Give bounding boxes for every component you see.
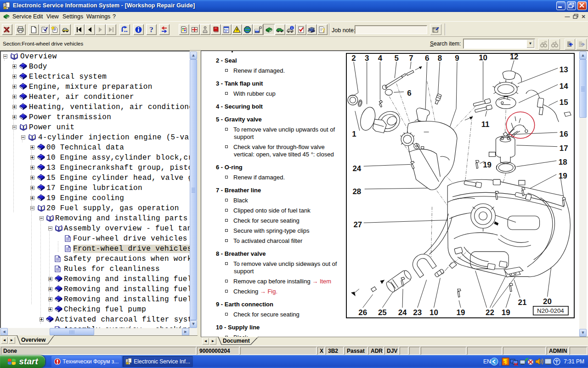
svg-text:19: 19 <box>502 308 510 317</box>
svg-text:16: 16 <box>560 130 568 138</box>
svg-text:20: 20 <box>543 297 552 306</box>
svg-text:3: 3 <box>365 54 369 63</box>
svg-text:8: 8 <box>438 54 442 63</box>
svg-text:17: 17 <box>560 144 568 153</box>
svg-text:25: 25 <box>378 308 387 317</box>
svg-text:9: 9 <box>455 54 459 63</box>
svg-text:22: 22 <box>486 308 494 317</box>
svg-text:N20-0204: N20-0204 <box>537 307 564 314</box>
svg-text:24: 24 <box>352 164 361 173</box>
svg-text:14: 14 <box>560 82 568 91</box>
svg-text:10: 10 <box>479 53 487 62</box>
svg-text:7: 7 <box>409 54 413 63</box>
svg-text:?: ? <box>149 26 153 34</box>
svg-text:11: 11 <box>481 120 490 129</box>
svg-text:5: 5 <box>394 54 398 63</box>
svg-text:12: 12 <box>510 53 519 61</box>
svg-text:2: 2 <box>351 54 356 63</box>
svg-text:6: 6 <box>407 89 411 98</box>
svg-text:27: 27 <box>353 220 362 229</box>
svg-text:4: 4 <box>378 54 383 63</box>
svg-text:26: 26 <box>358 308 367 317</box>
svg-text:19: 19 <box>457 308 465 317</box>
svg-text:10: 10 <box>430 308 438 317</box>
svg-text:1: 1 <box>352 130 356 138</box>
svg-text:28: 28 <box>352 187 361 196</box>
svg-text:23: 23 <box>413 308 422 317</box>
svg-text:21: 21 <box>518 298 527 307</box>
svg-text:15: 15 <box>560 98 568 107</box>
svg-text:19: 19 <box>559 172 567 180</box>
svg-text:13: 13 <box>560 65 568 74</box>
svg-text:18: 18 <box>559 158 567 167</box>
svg-text:?: ? <box>322 27 325 34</box>
svg-text:24: 24 <box>398 308 407 317</box>
svg-text:6: 6 <box>425 54 429 63</box>
svg-text:19: 19 <box>483 161 492 169</box>
